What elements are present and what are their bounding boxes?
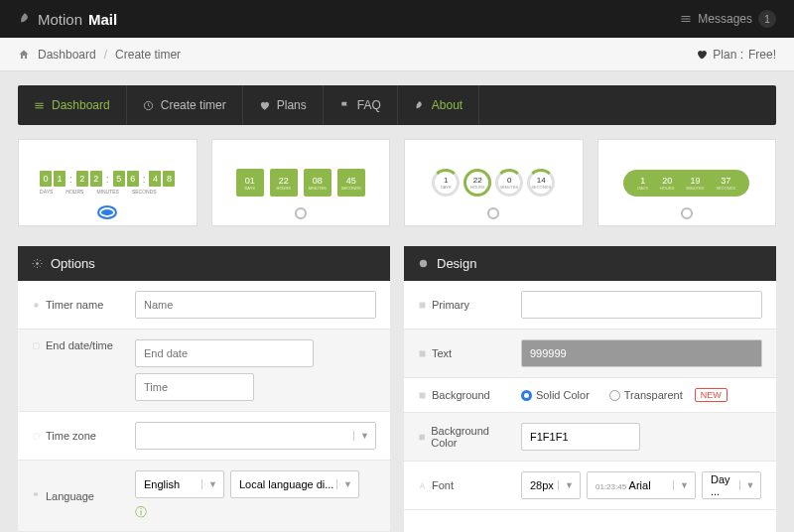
menu-icon xyxy=(34,100,45,111)
svg-rect-6 xyxy=(420,302,426,308)
tag-icon xyxy=(32,301,41,310)
info-icon[interactable]: ⓘ xyxy=(135,504,147,521)
timer-style-4[interactable]: 1DAYS 20HOURS 19MINUTES 37SECONDS xyxy=(597,139,777,226)
messages-link[interactable]: Messages 1 xyxy=(680,10,776,28)
end-date-input[interactable] xyxy=(135,339,314,367)
style-radio[interactable] xyxy=(681,207,693,219)
svg-point-1 xyxy=(36,262,39,265)
globe-icon xyxy=(32,432,41,441)
logo[interactable]: MotionMail xyxy=(18,11,117,28)
svg-rect-7 xyxy=(420,350,426,356)
language-select[interactable]: English▼ xyxy=(135,470,224,498)
svg-point-5 xyxy=(420,260,427,267)
messages-badge: 1 xyxy=(758,10,776,28)
style-radio[interactable] xyxy=(487,207,499,219)
new-tag: NEW xyxy=(695,388,728,402)
plan-indicator: Plan : Free! xyxy=(696,48,776,62)
breadcrumb: Dashboard / Create timer xyxy=(18,48,181,62)
subbar: Dashboard / Create timer Plan : Free! xyxy=(0,38,794,71)
bg-icon xyxy=(418,391,427,400)
bg-transparent-radio[interactable]: Transparent xyxy=(609,389,683,401)
language-display-select[interactable]: Local language di...▼ xyxy=(230,470,359,498)
chevron-down-icon: ▼ xyxy=(201,479,219,489)
clock-icon xyxy=(143,100,154,111)
calendar-icon xyxy=(32,341,41,350)
leaf-icon xyxy=(18,12,32,26)
color-icon xyxy=(418,301,427,310)
timer-style-2[interactable]: 01DAYS 22HOURS 08MINUTES 45SECONDS xyxy=(211,139,391,226)
svg-rect-9 xyxy=(419,434,425,440)
style-radio[interactable] xyxy=(97,205,117,219)
nav-dashboard[interactable]: Dashboard xyxy=(18,85,127,125)
font-labels-select[interactable]: Day ...▼ xyxy=(702,471,761,499)
svg-point-2 xyxy=(34,303,39,308)
primary-color-input[interactable] xyxy=(521,291,762,319)
flag-icon xyxy=(32,491,41,500)
nav-about[interactable]: About xyxy=(398,85,479,125)
svg-rect-3 xyxy=(34,342,40,348)
timer-style-1[interactable]: 01: 22: 56: 48 DAYSHOURSMINUTESSECONDS xyxy=(18,139,198,226)
design-header: Design xyxy=(404,246,776,281)
brand-suffix: Mail xyxy=(88,11,117,28)
timer-style-3[interactable]: 1DAYS 22HOURS 0MINUTES 14SECONDS xyxy=(404,139,584,226)
heart-icon xyxy=(696,49,708,61)
paint-icon xyxy=(418,258,429,269)
bgcolor-input[interactable] xyxy=(521,423,640,451)
leaf-icon xyxy=(414,100,425,111)
nav-create-timer[interactable]: Create timer xyxy=(127,85,243,125)
chevron-down-icon: ▼ xyxy=(336,479,354,489)
gear-icon xyxy=(32,258,43,269)
bg-solid-radio[interactable]: Solid Color xyxy=(521,389,590,401)
chevron-down-icon: ▼ xyxy=(558,480,576,490)
end-time-input[interactable] xyxy=(135,373,254,401)
breadcrumb-root[interactable]: Dashboard xyxy=(38,48,96,62)
font-size-select[interactable]: 28px▼ xyxy=(521,471,581,499)
options-panel: Options Timer name End date/time Time zo… xyxy=(18,246,390,532)
brand-prefix: Motion xyxy=(38,11,82,28)
heart-icon xyxy=(259,100,270,111)
home-icon xyxy=(18,49,30,61)
chevron-down-icon: ▼ xyxy=(353,431,371,441)
flag-icon xyxy=(339,100,350,111)
options-header: Options xyxy=(18,246,390,281)
topbar: MotionMail Messages 1 xyxy=(0,0,794,38)
chevron-down-icon: ▼ xyxy=(673,480,691,490)
font-family-select[interactable]: 01:23:45 Arial▼ xyxy=(587,471,696,499)
color-icon xyxy=(418,349,427,358)
nav-plans[interactable]: Plans xyxy=(243,85,324,125)
design-panel: Design Primary Text Background Solid Col… xyxy=(404,246,776,532)
timezone-select[interactable]: ▼ xyxy=(135,422,376,450)
menu-icon xyxy=(680,13,692,25)
svg-rect-8 xyxy=(420,392,426,398)
font-icon xyxy=(418,481,427,490)
svg-point-4 xyxy=(34,433,40,439)
breadcrumb-current: Create timer xyxy=(115,48,181,62)
bg-icon xyxy=(418,433,426,442)
main-nav: Dashboard Create timer Plans FAQ About xyxy=(18,85,776,125)
text-color-input[interactable] xyxy=(521,339,762,367)
timer-style-previews: 01: 22: 56: 48 DAYSHOURSMINUTESSECONDS 0… xyxy=(18,139,776,226)
nav-faq[interactable]: FAQ xyxy=(324,85,398,125)
style-radio[interactable] xyxy=(295,207,307,219)
chevron-down-icon: ▼ xyxy=(739,480,756,490)
timer-name-input[interactable] xyxy=(135,291,376,319)
